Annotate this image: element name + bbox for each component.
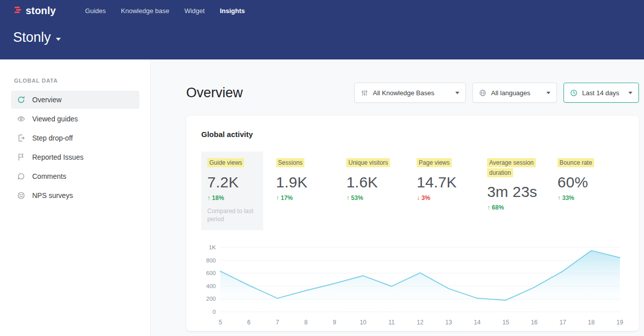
workspace-title: Stonly (13, 30, 51, 45)
chevron-down-icon (546, 92, 550, 94)
svg-text:6: 6 (247, 319, 251, 326)
svg-text:18: 18 (588, 319, 595, 326)
step-dropoff-icon (17, 134, 25, 142)
metric-change: ↑ 18% (207, 194, 258, 201)
svg-text:0: 0 (213, 309, 216, 315)
workspace-selector[interactable]: Stonly (13, 30, 61, 45)
metric-sessions[interactable]: Sessions 1.9K ↑ 17% (272, 158, 343, 230)
comment-icon (17, 172, 25, 180)
metric-change: ↑ 17% (276, 194, 343, 201)
metric-change: ↑ 33% (557, 194, 624, 201)
metric-change: ↑ 53% (346, 194, 413, 201)
clock-icon (570, 89, 578, 97)
metric-average-session-duration[interactable]: Average session duration 3m 23s ↑ 68% (483, 158, 553, 230)
metric-value: 1.9K (276, 174, 343, 191)
top-navbar: stonly Guides Knowledge base Widget Insi… (0, 0, 644, 17)
metric-bounce-rate[interactable]: Bounce rate 60% ↑ 33% (553, 158, 624, 230)
metric-tabs: Guide views 7.2K ↑ 18% Compared to last … (201, 152, 624, 230)
svg-text:1K: 1K (209, 244, 216, 250)
svg-text:14: 14 (474, 319, 481, 326)
sidebar-section-label: GLOBAL DATA (14, 78, 150, 84)
compare-note: Compared to last period (207, 207, 258, 223)
arrow-up-icon: ↑ (557, 194, 560, 201)
overview-icon (17, 96, 25, 104)
svg-text:15: 15 (502, 319, 509, 326)
nav-guides[interactable]: Guides (85, 7, 106, 15)
metric-unique-visitors[interactable]: Unique visitors 1.6K ↑ 53% (342, 158, 413, 230)
svg-text:200: 200 (206, 296, 216, 302)
sidebar-item-label: Comments (32, 172, 66, 180)
sidebar-item-viewed-guides[interactable]: Viewed guides (11, 110, 139, 128)
sidebar: GLOBAL DATA Overview Viewed guides Step … (0, 59, 151, 336)
filter-bar: All Knowledge Bases All languages Last 1… (354, 83, 639, 103)
smiley-icon (17, 191, 25, 199)
svg-text:12: 12 (417, 319, 424, 326)
sidebar-item-nps-surveys[interactable]: NPS surveys (11, 186, 139, 205)
sidebar-item-comments[interactable]: Comments (11, 167, 139, 185)
svg-text:11: 11 (388, 319, 395, 326)
stonly-logo[interactable]: stonly (13, 5, 56, 17)
arrow-up-icon: ↑ (207, 194, 210, 201)
activity-chart: 02004006008001K5678910111213141516171819 (201, 243, 624, 328)
metric-value: 60% (557, 174, 624, 191)
metric-value: 14.7K (417, 174, 483, 191)
sidebar-item-step-drop-off[interactable]: Step drop-off (11, 129, 139, 147)
svg-text:13: 13 (445, 319, 452, 326)
language-filter[interactable]: All languages (472, 83, 557, 103)
metric-label: Page views (417, 158, 451, 167)
svg-text:5: 5 (219, 319, 222, 326)
sidebar-item-overview[interactable]: Overview (11, 91, 139, 109)
globe-icon (479, 89, 487, 97)
knowledge-base-filter[interactable]: All Knowledge Bases (354, 83, 466, 103)
svg-text:9: 9 (333, 319, 337, 326)
svg-text:400: 400 (206, 283, 216, 289)
stonly-insights-app: stonly Guides Knowledge base Widget Insi… (0, 0, 644, 336)
top-header: stonly Guides Knowledge base Widget Insi… (0, 0, 644, 59)
filter-label: Last 14 days (582, 89, 619, 97)
chevron-down-icon (455, 92, 459, 94)
stonly-logo-icon (13, 5, 23, 17)
chevron-down-icon (628, 92, 632, 94)
chevron-down-icon (56, 38, 61, 41)
filter-label: All languages (491, 89, 530, 97)
date-range-filter[interactable]: Last 14 days (564, 83, 639, 103)
arrow-up-icon: ↑ (487, 204, 490, 211)
svg-text:8: 8 (304, 319, 308, 326)
svg-text:7: 7 (276, 319, 279, 326)
sidebar-item-label: Step drop-off (32, 134, 73, 142)
nav-insights[interactable]: Insights (220, 7, 245, 15)
nav-widget[interactable]: Widget (184, 7, 204, 15)
metric-label: Guide views (207, 158, 244, 167)
metric-value: 3m 23s (487, 183, 553, 200)
nav-knowledge-base[interactable]: Knowledge base (121, 7, 169, 15)
svg-text:19: 19 (616, 319, 623, 326)
metric-value: 7.2K (207, 174, 258, 191)
svg-text:600: 600 (206, 270, 216, 276)
arrow-up-icon: ↑ (346, 194, 349, 201)
metric-change: ↑ 68% (487, 204, 553, 211)
card-title: Global activity (201, 130, 624, 139)
main-content: Overview All Knowledge Bases All languag… (151, 59, 644, 336)
metric-guide-views[interactable]: Guide views 7.2K ↑ 18% Compared to last … (201, 152, 263, 230)
metric-label: Bounce rate (557, 158, 594, 167)
sidebar-item-label: Reported Issues (32, 153, 84, 161)
arrow-down-icon: ↓ (417, 194, 420, 201)
activity-chart-area: 02004006008001K5678910111213141516171819 (201, 243, 624, 330)
filter-label: All Knowledge Bases (373, 89, 434, 97)
sidebar-item-reported-issues[interactable]: Reported Issues (11, 148, 139, 166)
top-nav-items: Guides Knowledge base Widget Insights (70, 7, 245, 15)
metric-label: Unique visitors (346, 158, 390, 167)
metric-label: Average session duration (487, 158, 536, 177)
metric-page-views[interactable]: Page views 14.7K ↓ 3% (413, 158, 483, 230)
svg-text:16: 16 (531, 319, 538, 326)
sidebar-item-label: Overview (32, 96, 61, 104)
svg-text:800: 800 (206, 257, 216, 263)
global-activity-card: Global activity Guide views 7.2K ↑ 18% C… (186, 116, 639, 331)
svg-text:10: 10 (360, 319, 367, 326)
metric-value: 1.6K (346, 174, 413, 191)
sidebar-item-label: Viewed guides (32, 115, 78, 123)
metric-label: Sessions (276, 158, 305, 167)
svg-text:17: 17 (559, 319, 567, 326)
eye-icon (17, 115, 25, 123)
page-header: Overview All Knowledge Bases All languag… (186, 82, 639, 104)
